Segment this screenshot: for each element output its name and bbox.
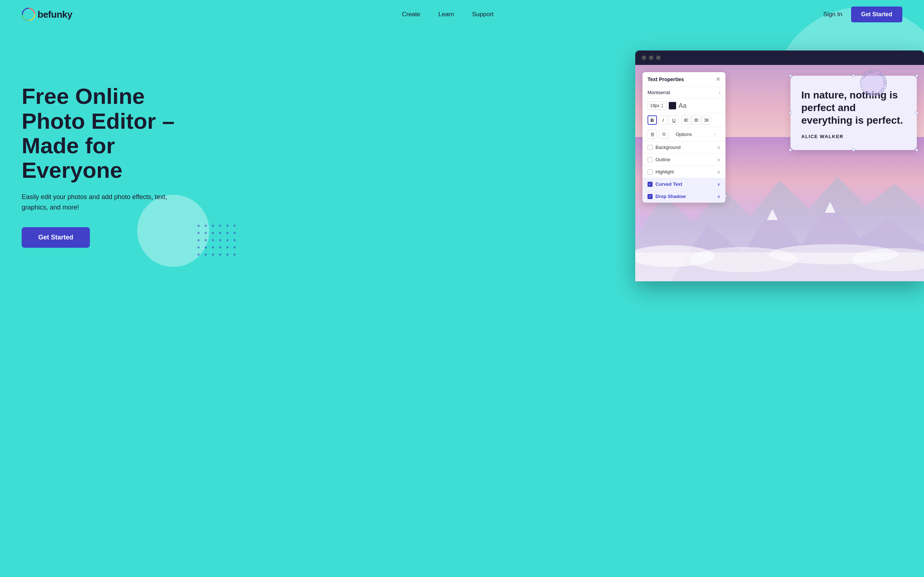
editor-window: Text Properties ✕ Montserrat › [635,50,924,281]
logo[interactable]: befunky [22,8,72,21]
nav-right: Sign In Get Started [823,6,902,23]
property-shadow-left: ✓ Drop Shadow [648,193,686,199]
quote-author: ALICE WALKER [801,134,906,139]
delete-icon[interactable]: 🗑 [648,129,657,139]
selection-handle-tl [789,74,792,77]
hero-section: Free Online Photo Editor – Made for Ever… [0,29,924,288]
outline-label: Outline [656,157,670,162]
font-size-value: 19px [650,103,659,108]
highlight-checkbox[interactable] [648,169,653,174]
get-started-button-hero[interactable]: Get Started [22,227,90,248]
nav-item-create[interactable]: Create [402,11,420,18]
bold-button[interactable]: B [648,115,657,125]
panel-close-button[interactable]: ✕ [716,76,720,82]
font-name: Montserrat [648,90,670,95]
selection-handle-br [915,148,918,152]
background-label: Background [656,145,680,150]
panel-title: Text Properties [648,76,684,82]
align-right-button[interactable] [702,115,711,125]
property-outline[interactable]: Outline ∨ [643,154,725,166]
svg-point-75 [861,70,887,96]
align-group [682,115,711,125]
hero-text-block: Free Online Photo Editor – Made for Ever… [22,84,202,247]
drop-shadow-label: Drop Shadow [656,193,686,199]
quote-card: THE DAY · NATURE QUOTE OF · In nature, n… [790,76,917,150]
align-left-button[interactable] [682,115,691,125]
font-size-input[interactable]: 19px ▲ ▼ [648,102,666,110]
window-dot-1 [642,56,646,60]
window-bar [635,50,924,65]
nav-item-learn[interactable]: Learn [439,11,454,18]
logo-text: befunky [37,9,72,20]
font-chevron-icon: › [719,90,720,95]
curved-chevron-icon: ∨ [717,182,720,187]
property-curved-left: ✓ Curved Text [648,181,682,187]
selection-handle-right [915,111,918,114]
text-resize-icon: Aa [678,102,687,110]
editor-mockup: Text Properties ✕ Montserrat › [202,50,924,281]
shadow-chevron-icon: ∨ [717,194,720,199]
logo-icon [22,8,36,21]
outline-checkbox[interactable] [648,157,653,162]
window-dot-3 [656,56,661,60]
outline-chevron-icon: ∨ [717,157,720,162]
tools-row: 🗑 ⧉ Options › [643,127,725,141]
window-dot-2 [649,56,653,60]
options-label: Options [676,132,692,137]
selection-handle-top [852,74,855,77]
selection-handle-bl [789,148,792,152]
quote-text: In nature, nothing is perfect and everyt… [801,89,906,127]
property-curved-text[interactable]: ✓ Curved Text ∨ [643,178,725,190]
options-chevron-icon: › [714,132,716,137]
align-center-button[interactable] [691,115,701,125]
get-started-button-nav[interactable]: Get Started [851,6,902,23]
format-row: B I U [643,113,725,127]
color-picker[interactable] [669,102,677,110]
property-background-left: Background [648,145,680,150]
highlight-label: Highlight [656,169,674,174]
font-selector-row: Montserrat › [643,87,725,98]
selection-handle-bottom [852,148,855,152]
hero-title: Free Online Photo Editor – Made for Ever… [22,84,202,182]
text-properties-panel: Text Properties ✕ Montserrat › [643,72,725,203]
curved-text-label: Curved Text [656,181,682,187]
options-button[interactable]: Options › [670,132,720,137]
navigation: befunky Create Learn Support Sign In Get… [0,0,924,29]
size-arrows: ▲ ▼ [661,103,664,108]
hero-subtitle: Easily edit your photos and add photo ef… [22,192,173,213]
panel-header: Text Properties ✕ [643,72,725,87]
selection-handle-left [789,111,792,114]
nav-item-support[interactable]: Support [472,11,494,18]
editor-content: Text Properties ✕ Montserrat › [635,65,924,281]
size-row: 19px ▲ ▼ Aa [643,98,725,113]
background-chevron-icon: ∨ [717,145,720,150]
curved-text-checkbox[interactable]: ✓ [648,182,653,187]
svg-point-49 [197,253,200,256]
property-outline-left: Outline [648,157,670,162]
duplicate-icon[interactable]: ⧉ [659,129,669,139]
background-checkbox[interactable] [648,145,653,150]
drop-shadow-checkbox[interactable]: ✓ [648,194,653,199]
nav-links: Create Learn Support [402,11,493,18]
highlight-chevron-icon: ∨ [717,169,720,174]
selection-handle-tr [915,74,918,77]
underline-button[interactable]: U [669,115,678,125]
circular-badge: THE DAY · NATURE QUOTE OF · [859,69,888,97]
property-drop-shadow[interactable]: ✓ Drop Shadow ∨ [643,190,725,203]
property-highlight-left: Highlight [648,169,674,174]
italic-button[interactable]: I [658,115,668,125]
property-background[interactable]: Background ∨ [643,141,725,154]
sign-in-link[interactable]: Sign In [823,11,842,18]
font-selector[interactable]: Montserrat › [648,90,720,95]
property-highlight[interactable]: Highlight ∨ [643,166,725,178]
